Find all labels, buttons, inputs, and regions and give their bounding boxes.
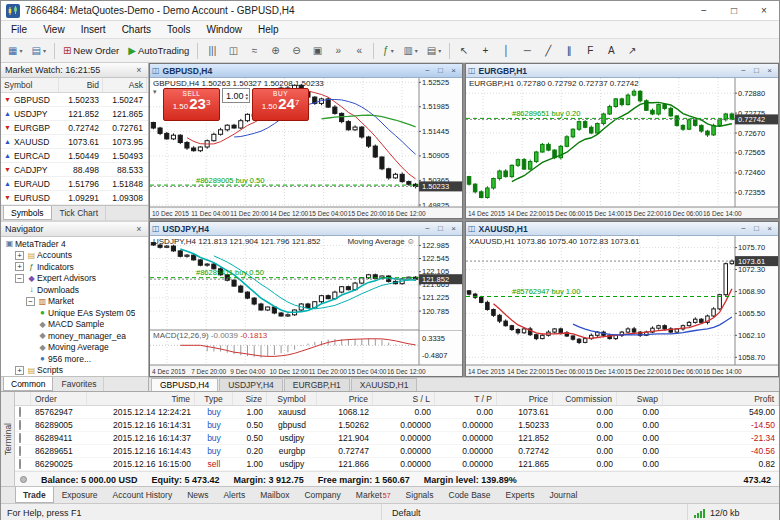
- order-row[interactable]: 862896512015.12.16 16:14:43buy0.20eurgbp…: [15, 445, 779, 458]
- navigator-item-scripts[interactable]: +▤Scripts: [1, 365, 148, 377]
- tab-tick-chart[interactable]: Tick Chart: [53, 206, 106, 220]
- navigator-item-956-more[interactable]: ●956 more...: [1, 353, 148, 365]
- toolbar-templates-button[interactable]: ▤▾: [423, 41, 445, 61]
- close-button[interactable]: ×: [749, 1, 779, 20]
- toolbar-vertical-line-button[interactable]: │: [496, 41, 516, 61]
- market-watch-row[interactable]: ▼CADJPY88.49888.533: [1, 163, 148, 177]
- market-watch-row[interactable]: ▲EURCAD1.504491.50493: [1, 149, 148, 163]
- menu-help[interactable]: Help: [250, 22, 287, 37]
- terminal-tab-signals[interactable]: Signals: [399, 487, 441, 503]
- toolbar-tile-windows-button[interactable]: ▣: [307, 41, 327, 61]
- chart-titlebar[interactable]: ◫USDJPY,H4−□×: [150, 222, 462, 236]
- titlebar[interactable]: 7866484: MetaQuotes-Demo - Demo Account …: [1, 1, 779, 21]
- chart-close-button[interactable]: ×: [447, 66, 460, 75]
- terminal-tab-market[interactable]: Market57: [349, 487, 398, 503]
- toolbar-arrows-tool-button[interactable]: ↗: [622, 41, 642, 61]
- menu-charts[interactable]: Charts: [114, 22, 159, 37]
- candlestick-chart[interactable]: #86289411 buy 0.500.3335-0.4807122.98512…: [150, 236, 462, 376]
- terminal-strip[interactable]: Terminal: [1, 392, 15, 486]
- terminal-tab-exposure[interactable]: Exposure: [55, 487, 105, 503]
- navigator-item-indicators[interactable]: +ƒIndicators: [1, 261, 148, 273]
- chart-body[interactable]: #86289411 buy 0.500.3335-0.4807122.98512…: [150, 236, 462, 376]
- chart-body[interactable]: #86289651 buy 0.200.728800.727750.726700…: [466, 78, 778, 218]
- toolbar-crosshair-button[interactable]: +: [475, 41, 495, 61]
- terminal-tab-account-history[interactable]: Account History: [106, 487, 180, 503]
- navigator-item-downloads[interactable]: ↓Downloads: [1, 284, 148, 296]
- market-watch-row[interactable]: ▼EURGBP0.727420.72761: [1, 121, 148, 135]
- navigator-item-money-manager-ea[interactable]: ◆money_manager_ea: [1, 330, 148, 342]
- column-bid[interactable]: Bid: [59, 78, 103, 92]
- chart-tab-xauusd-h1[interactable]: XAUUSD,H1: [351, 378, 418, 391]
- order-row[interactable]: 862894112015.12.16 16:14:37buy0.50usdjpy…: [15, 432, 779, 445]
- toolbar-zoom-in-button[interactable]: ⊕: [265, 41, 285, 61]
- toolbar-new-order-button[interactable]: ⊞New Order: [59, 41, 123, 61]
- menu-insert[interactable]: Insert: [73, 22, 114, 37]
- chart-window-usdjpy[interactable]: ◫USDJPY,H4−□×#86289411 buy 0.500.3335-0.…: [149, 221, 463, 377]
- toolbar-periods-button[interactable]: ▥▾: [399, 41, 421, 61]
- volume-input[interactable]: 1.00▴▾: [222, 88, 250, 103]
- navigator-item-accounts[interactable]: +▤Accounts: [1, 250, 148, 262]
- order-row[interactable]: 862890052015.12.16 16:14:31buy0.50gbpusd…: [15, 419, 779, 432]
- volume-stepper[interactable]: ▴▾: [246, 92, 249, 100]
- toolbar-chart-line-button[interactable]: ≈: [244, 41, 264, 61]
- menu-view[interactable]: View: [35, 22, 73, 37]
- chart-tab-usdjpy-h4[interactable]: USDJPY,H4: [219, 378, 283, 391]
- column-swap[interactable]: Swap: [617, 392, 663, 405]
- chart-window-eurgbp[interactable]: ◫EURGBP,H1−□×#86289651 buy 0.200.728800.…: [465, 63, 779, 219]
- chart-restore-button[interactable]: □: [434, 66, 447, 75]
- column-time[interactable]: Time: [87, 392, 195, 405]
- toolbar-chart-candlesticks-button[interactable]: ◫: [223, 41, 243, 61]
- terminal-tab-news[interactable]: News: [180, 487, 215, 503]
- navigator-item-expert-advisors[interactable]: −◆Expert Advisors: [1, 273, 148, 285]
- market-watch-row[interactable]: ▼EURUSD1.092911.09308: [1, 191, 148, 205]
- tree-expand-toggle[interactable]: +: [15, 251, 24, 260]
- toolbar-horizontal-line-button[interactable]: ─: [517, 41, 537, 61]
- chart-tab-eurgbp-h1[interactable]: EURGBP,H1: [284, 378, 350, 391]
- navigator-item-market[interactable]: −▥Market: [1, 296, 148, 308]
- market-watch-row[interactable]: ▲XAUUSD1073.611073.95: [1, 135, 148, 149]
- chart-close-button[interactable]: ×: [763, 66, 776, 75]
- one-click-collapse-icon[interactable]: ▾: [153, 88, 161, 96]
- chart-window-xauusd[interactable]: ◫XAUUSD,H1−□×#85762947 buy 1.001075.7010…: [465, 221, 779, 377]
- column-symbol[interactable]: Symbol: [1, 78, 59, 92]
- tab-favorites[interactable]: Favorites: [54, 377, 104, 391]
- terminal-tab-code-base[interactable]: Code Base: [442, 487, 498, 503]
- chart-close-button[interactable]: ×: [447, 224, 460, 233]
- toolbar-chart-bars-button[interactable]: |||: [202, 41, 222, 61]
- market-watch-row[interactable]: ▲EURAUD1.517961.51848: [1, 177, 148, 191]
- toolbar-indicators-list-button[interactable]: ƒ▾: [378, 41, 398, 61]
- toolbar-autotrading-button[interactable]: ▶AutoTrading: [124, 41, 193, 61]
- ea-smiley-icon[interactable]: ☺: [407, 237, 415, 246]
- chart-body[interactable]: #85762947 buy 1.001075.701072.301068.901…: [466, 236, 778, 376]
- terminal-tab-company[interactable]: Company: [297, 487, 347, 503]
- toolbar-cursor-button[interactable]: ↖: [454, 41, 474, 61]
- terminal-tab-alerts[interactable]: Alerts: [216, 487, 252, 503]
- chart-restore-button[interactable]: □: [750, 66, 763, 75]
- column-type[interactable]: Type: [195, 392, 233, 405]
- chart-body[interactable]: #86289005 buy 0.501.525251.519851.514451…: [150, 78, 462, 218]
- chart-minimize-button[interactable]: −: [421, 224, 434, 233]
- candlestick-chart[interactable]: #86289651 buy 0.200.728800.727750.726700…: [466, 78, 778, 218]
- toolbar-fibonacci-button[interactable]: F: [580, 41, 600, 61]
- column-size[interactable]: Size: [233, 392, 267, 405]
- terminal-tab-mailbox[interactable]: Mailbox: [253, 487, 296, 503]
- sell-button[interactable]: SELL1.50233: [163, 88, 220, 121]
- tree-expand-toggle[interactable]: +: [15, 366, 24, 375]
- market-watch-row[interactable]: ▲USDJPY121.852121.865: [1, 107, 148, 121]
- chart-restore-button[interactable]: □: [750, 224, 763, 233]
- status-profile[interactable]: Default: [381, 504, 687, 520]
- minimize-button[interactable]: −: [689, 1, 719, 20]
- terminal-tab-experts[interactable]: Experts: [499, 487, 542, 503]
- chart-window-gbpusd[interactable]: ◫GBPUSD,H4−□×#86289005 buy 0.501.525251.…: [149, 63, 463, 219]
- navigator-close-icon[interactable]: ×: [134, 224, 144, 234]
- market-watch-row[interactable]: ▼GBPUSD1.502331.50247: [1, 93, 148, 107]
- tree-expand-toggle[interactable]: +: [15, 262, 24, 271]
- toolbar-channel-button[interactable]: ∥: [559, 41, 579, 61]
- market-watch-close-icon[interactable]: ×: [134, 65, 144, 75]
- column-symbol[interactable]: Symbol: [267, 392, 317, 405]
- navigator-item-unique-eas-system-05[interactable]: ●Unique EAs System 05: [1, 307, 148, 319]
- chart-titlebar[interactable]: ◫XAUUSD,H1−□×: [466, 222, 778, 236]
- column-price[interactable]: Price: [497, 392, 553, 405]
- order-row[interactable]: 862900252015.12.16 16:15:00sell1.00usdjp…: [15, 458, 779, 471]
- toolbar-chart-shift-button[interactable]: «: [349, 41, 369, 61]
